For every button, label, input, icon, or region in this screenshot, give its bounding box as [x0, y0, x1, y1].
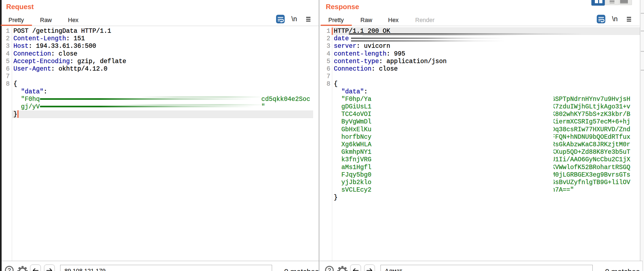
svg-text:?: ? [7, 267, 11, 271]
svg-text:?: ? [327, 267, 331, 271]
